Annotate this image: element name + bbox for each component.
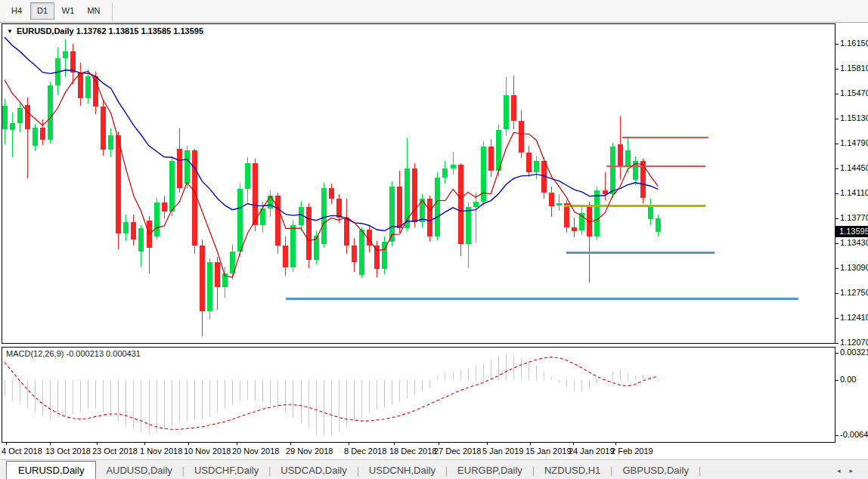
price-axis-label: 1.15130 xyxy=(840,113,868,122)
tab-eurgbp[interactable]: EURGBP,Daily xyxy=(448,463,532,479)
tab-gbpusd[interactable]: GBPUSD,Daily xyxy=(612,463,698,479)
date-axis-tick xyxy=(144,443,145,445)
macd-signal-overlay xyxy=(2,348,835,442)
timeframe-button-d1[interactable]: D1 xyxy=(30,2,54,20)
date-axis-tick xyxy=(97,443,98,445)
date-axis-tick xyxy=(487,443,488,445)
macd-axis-tick xyxy=(835,380,839,381)
macd-axis-label: 0.003216 xyxy=(840,348,868,357)
date-axis-tick xyxy=(188,443,189,445)
date-axis-tick xyxy=(237,443,237,445)
price-axis-label: 1.16150 xyxy=(840,39,868,48)
timeframe-button-mn[interactable]: MN xyxy=(82,2,106,20)
price-axis-label: 1.15470 xyxy=(840,88,868,97)
tab-usdchf[interactable]: USDCHF,Daily xyxy=(184,463,268,479)
tab-eurusd[interactable]: EURUSD,Daily xyxy=(6,461,96,479)
macd-pane[interactable]: MACD(12,26,9) -0.000213 0.000431 xyxy=(2,347,835,443)
tabs-scroll-right-icon[interactable]: ▸ xyxy=(849,467,862,474)
price-axis-tick xyxy=(835,268,839,269)
price-axis-tick xyxy=(835,168,839,169)
price-axis-tick xyxy=(835,119,839,119)
timeframe-button-w1[interactable]: W1 xyxy=(56,2,80,20)
macd-signal-line xyxy=(5,357,658,430)
macd-axis-tick xyxy=(835,435,839,436)
tab-usdcnh[interactable]: USDCNH,Daily xyxy=(359,463,445,479)
slow-ma-line xyxy=(5,37,658,230)
date-axis-label: 27 Dec 2018 xyxy=(434,447,481,456)
date-axis-tick xyxy=(50,443,51,445)
date-axis-tick xyxy=(573,443,574,445)
date-axis-tick xyxy=(394,443,395,445)
price-axis-label: 1.14110 xyxy=(840,188,868,197)
price-axis-tick xyxy=(835,318,839,319)
price-axis-label: 1.13770 xyxy=(840,213,868,222)
date-axis-label: 24 Jan 2019 xyxy=(569,447,615,456)
price-axis-tick xyxy=(835,94,839,94)
macd-axis-label: -0.006485 xyxy=(840,430,868,439)
date-axis-label: 1 Nov 2018 xyxy=(140,447,182,456)
date-axis: 4 Oct 201813 Oct 201823 Oct 20181 Nov 20… xyxy=(0,443,868,459)
symbol-tabs-bar: EURUSD,DailyAUDUSD,Daily|USDCHF,Daily|US… xyxy=(0,459,868,479)
price-axis-label: 1.13430 xyxy=(840,238,868,247)
price-axis-label: 1.12070 xyxy=(840,338,868,347)
price-axis-tick xyxy=(835,293,839,294)
price-axis-tick xyxy=(835,343,839,344)
date-axis-label: 20 Nov 2018 xyxy=(232,447,279,456)
price-axis-tick xyxy=(835,69,839,70)
tabs-scroll-left-icon[interactable]: ◂ xyxy=(837,467,850,474)
timeframe-button-h4[interactable]: H4 xyxy=(5,2,29,20)
toolbar-separator xyxy=(112,2,113,20)
price-axis-label: 1.12410 xyxy=(840,313,868,322)
date-axis-label: 15 Jan 2019 xyxy=(525,447,572,456)
price-axis-tick xyxy=(835,243,839,244)
date-axis-tick xyxy=(615,443,616,445)
price-pane[interactable]: ▼EURUSD,Daily 1.13762 1.13815 1.13585 1.… xyxy=(2,23,835,344)
date-axis-label: 2 Feb 2019 xyxy=(611,447,653,456)
macd-axis-label: 0.00 xyxy=(840,375,856,384)
date-axis-label: 29 Nov 2018 xyxy=(286,447,333,456)
date-axis-tick xyxy=(530,443,531,445)
tab-scroll-arrows: ◂▸ xyxy=(837,467,862,474)
price-axis-label: 1.13090 xyxy=(840,263,868,272)
ma-overlay xyxy=(2,24,835,343)
date-axis-tick xyxy=(6,443,7,445)
date-axis-label: 18 Dec 2018 xyxy=(389,447,436,456)
price-axis-label: 1.15810 xyxy=(840,63,868,73)
price-axis-label: 1.14790 xyxy=(840,138,868,147)
tab-audusd[interactable]: AUDUSD,Daily xyxy=(96,463,181,479)
price-axis-label: 1.14450 xyxy=(840,163,868,172)
date-axis-label: 8 Dec 2018 xyxy=(344,447,386,456)
timeframe-toolbar: H4D1W1MN xyxy=(0,0,868,23)
price-axis-tick xyxy=(835,144,839,144)
price-axis-label: 1.12750 xyxy=(840,288,868,297)
macd-axis-tick xyxy=(835,353,839,354)
chart-area: ▼EURUSD,Daily 1.13762 1.13815 1.13585 1.… xyxy=(0,23,868,459)
price-axis: 1.13595 1.161501.158101.154701.151301.14… xyxy=(835,23,868,459)
date-axis-label: 13 Oct 2018 xyxy=(45,447,91,456)
date-axis-label: 10 Nov 2018 xyxy=(184,447,231,456)
date-axis-label: 4 Oct 2018 xyxy=(2,447,42,456)
date-axis-label: 23 Oct 2018 xyxy=(92,447,138,456)
tab-separator: | xyxy=(699,463,701,479)
tab-nzdusd[interactable]: NZDUSD,H1 xyxy=(535,463,610,479)
date-axis-tick xyxy=(290,443,291,445)
price-axis-tick xyxy=(835,44,839,45)
app-window: H4D1W1MN ▼EURUSD,Daily 1.13762 1.13815 1… xyxy=(0,0,868,479)
price-axis-tick xyxy=(835,193,839,194)
date-axis-tick xyxy=(349,443,349,445)
date-axis-tick xyxy=(439,443,439,445)
tab-usdcad[interactable]: USDCAD,Daily xyxy=(271,463,356,479)
fast-ma-line xyxy=(5,71,658,277)
price-axis-tick xyxy=(835,218,839,219)
current-price-badge: 1.13595 xyxy=(835,226,868,237)
date-axis-label: 5 Jan 2019 xyxy=(482,447,523,456)
